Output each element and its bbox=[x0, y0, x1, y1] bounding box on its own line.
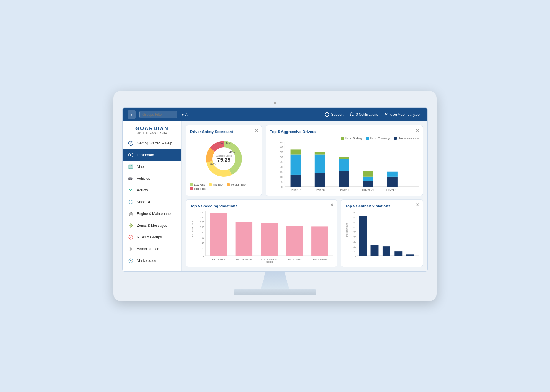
sidebar-item-activity[interactable]: Activity bbox=[123, 184, 181, 196]
svg-text:45: 45 bbox=[280, 142, 283, 144]
svg-point-18 bbox=[132, 215, 132, 215]
notifications-button[interactable]: 0 Notifications bbox=[349, 112, 378, 117]
top-cards-row: Driver Safety Scorecard ✕ bbox=[186, 125, 423, 196]
svg-rect-52 bbox=[315, 155, 325, 173]
maps-bi-icon bbox=[128, 199, 134, 205]
svg-text:14%: 14% bbox=[217, 142, 223, 145]
legend-harsh-braking: Harsh Braking bbox=[341, 137, 362, 140]
svg-text:?: ? bbox=[130, 142, 132, 145]
svg-text:40: 40 bbox=[202, 242, 204, 245]
legend-item-high: High Risk bbox=[190, 187, 206, 190]
activity-icon bbox=[128, 187, 134, 194]
speeding-close-button[interactable]: ✕ bbox=[330, 203, 333, 207]
sidebar-label: Marketplace bbox=[137, 259, 156, 263]
app-body: GUARDIAN SOUTH EAST ASIA ? Getting Start… bbox=[123, 121, 427, 271]
svg-text:Driver 18: Driver 18 bbox=[386, 189, 398, 191]
svg-text:Vehicle: Vehicle bbox=[266, 260, 273, 263]
administration-icon bbox=[128, 246, 134, 252]
sidebar-item-administration[interactable]: Administration bbox=[123, 243, 181, 255]
svg-text:0: 0 bbox=[281, 186, 283, 189]
sidebar-item-vehicles[interactable]: Vehicles bbox=[123, 173, 181, 184]
svg-text:Driver 21: Driver 21 bbox=[362, 189, 374, 191]
sidebar-item-dashboard[interactable]: Dashboard bbox=[123, 149, 181, 161]
scorecard-legend: Low Risk Mild Risk Medium Risk bbox=[190, 183, 258, 190]
svg-text:350: 350 bbox=[353, 221, 356, 223]
svg-text:0: 0 bbox=[355, 255, 356, 257]
svg-text:Driver 1: Driver 1 bbox=[339, 189, 349, 191]
seatbelt-close-button[interactable]: ✕ bbox=[416, 203, 419, 207]
sidebar-item-maps-bi[interactable]: Maps BI bbox=[123, 196, 181, 208]
svg-rect-51 bbox=[315, 173, 325, 187]
groups-filter-input[interactable] bbox=[139, 111, 177, 118]
sidebar-item-zones[interactable]: Zones & Messages bbox=[123, 220, 181, 231]
svg-text:450: 450 bbox=[353, 212, 356, 214]
sidebar-label: Rules & Groups bbox=[137, 235, 162, 239]
svg-text:200: 200 bbox=[353, 236, 356, 238]
svg-text:35: 35 bbox=[280, 151, 283, 154]
svg-rect-16 bbox=[131, 212, 132, 213]
svg-point-17 bbox=[129, 215, 130, 215]
svg-text:314 - Nissan NV: 314 - Nissan NV bbox=[236, 258, 252, 261]
legend-harsh-cornering: Harsh Cornering bbox=[366, 137, 390, 140]
svg-text:25: 25 bbox=[280, 161, 283, 164]
sidebar-item-getting-started[interactable]: ? Getting Started & Help bbox=[123, 137, 181, 149]
svg-rect-55 bbox=[339, 171, 349, 187]
speeding-card: Top 5 Speeding Violations ✕ 160 140 120 … bbox=[186, 199, 337, 267]
svg-text:Incident Count: Incident Count bbox=[346, 223, 348, 237]
sidebar-item-rules[interactable]: Rules & Groups bbox=[123, 231, 181, 243]
nav-chevron-icon[interactable]: ‹ bbox=[128, 110, 136, 119]
map-icon bbox=[128, 164, 134, 170]
support-button[interactable]: Support bbox=[325, 112, 343, 117]
monitor-stand bbox=[122, 272, 428, 301]
sidebar-item-engine[interactable]: Engine & Maintenance bbox=[123, 208, 181, 220]
svg-text:160: 160 bbox=[200, 211, 204, 214]
svg-text:120: 120 bbox=[200, 221, 204, 224]
scorecard-close-button[interactable]: ✕ bbox=[255, 128, 258, 133]
svg-rect-14 bbox=[129, 213, 133, 215]
brand-name: GUARDIAN bbox=[128, 126, 177, 132]
sidebar-label: Administration bbox=[137, 247, 159, 251]
filter-all-button[interactable]: ▼ All bbox=[181, 112, 189, 117]
sidebar-label: Maps BI bbox=[137, 200, 150, 204]
svg-rect-47 bbox=[291, 175, 301, 187]
legend-item-medium: Medium Risk bbox=[227, 183, 246, 186]
aggressive-title: Top 5 Aggressive Drivers bbox=[270, 129, 419, 134]
svg-text:316 - Connect: 316 - Connect bbox=[287, 258, 302, 261]
donut-chart: 43% 29% 14% 14% Average Score 75.25 bbox=[202, 137, 246, 181]
sidebar-item-map[interactable]: Map bbox=[123, 161, 181, 173]
svg-rect-49 bbox=[291, 149, 301, 154]
user-menu-button[interactable]: user@company.com bbox=[384, 112, 422, 117]
svg-text:400: 400 bbox=[353, 217, 356, 219]
sidebar-label: Engine & Maintenance bbox=[137, 212, 172, 216]
svg-rect-53 bbox=[315, 152, 325, 154]
svg-point-26 bbox=[130, 260, 131, 261]
svg-text:Driver 6: Driver 6 bbox=[315, 189, 325, 191]
svg-rect-102 bbox=[359, 216, 367, 256]
aggressive-close-button[interactable]: ✕ bbox=[416, 128, 419, 133]
svg-text:318 - Sprinter: 318 - Sprinter bbox=[212, 258, 226, 261]
sidebar-label: Vehicles bbox=[137, 176, 150, 181]
scorecard-card: Driver Safety Scorecard ✕ bbox=[186, 125, 262, 196]
help-icon: ? bbox=[128, 140, 134, 147]
svg-rect-64 bbox=[387, 172, 397, 177]
seatbelt-title: Top 5 Seatbelt Violations bbox=[345, 204, 419, 208]
monitor-screen: ‹ ▼ All Support 0 Notifications user@com… bbox=[122, 107, 428, 272]
svg-text:50: 50 bbox=[354, 250, 356, 253]
svg-text:60: 60 bbox=[202, 236, 204, 239]
sidebar-label: Getting Started & Help bbox=[137, 141, 172, 145]
svg-rect-48 bbox=[291, 155, 301, 175]
svg-rect-8 bbox=[129, 177, 131, 179]
svg-text:100: 100 bbox=[200, 226, 204, 229]
sidebar-label: Map bbox=[137, 165, 144, 169]
main-content: Driver Safety Scorecard ✕ bbox=[182, 121, 427, 271]
scorecard-title: Driver Safety Scorecard bbox=[190, 129, 258, 134]
speeding-title: Top 5 Speeding Violations bbox=[190, 204, 333, 208]
svg-text:20: 20 bbox=[280, 166, 283, 169]
svg-rect-61 bbox=[363, 171, 373, 177]
seatbelt-card: Top 5 Seatbelt Violations ✕ 450 400 350 … bbox=[341, 199, 423, 267]
legend-item-mild: Mild Risk bbox=[209, 183, 224, 186]
svg-text:5: 5 bbox=[281, 181, 283, 184]
sidebar-item-marketplace[interactable]: Marketplace bbox=[123, 255, 181, 267]
aggressive-drivers-card: Top 5 Aggressive Drivers ✕ Harsh Braking… bbox=[266, 125, 423, 196]
svg-rect-82 bbox=[261, 223, 278, 256]
